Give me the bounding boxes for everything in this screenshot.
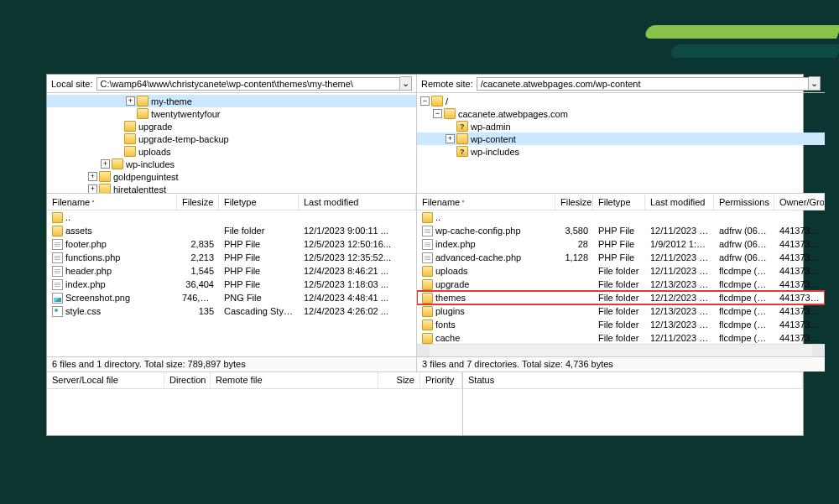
tree-item[interactable]: + goldpenguintest bbox=[47, 170, 416, 183]
col-filesize[interactable]: Filesize bbox=[177, 195, 219, 210]
file-type: PHP File bbox=[219, 279, 299, 289]
tree-expander[interactable]: + bbox=[446, 134, 455, 143]
col-server-local-file[interactable]: Server/Local file bbox=[47, 372, 164, 388]
tree-item[interactable]: − cacanete.atwebpages.com bbox=[417, 107, 825, 120]
file-owner: 4413733_chr... bbox=[774, 266, 825, 276]
file-row[interactable]: themes File folder 12/12/2023 12:... flc… bbox=[417, 291, 825, 304]
file-modified: 12/4/2023 4:26:02 ... bbox=[299, 306, 416, 316]
file-row[interactable]: cache File folder 12/11/2023 2:0... flcd… bbox=[417, 331, 825, 344]
tree-item[interactable]: + wp-content bbox=[417, 132, 825, 145]
local-tree[interactable]: + my-theme twentytwentyfour upgrade upgr… bbox=[47, 93, 416, 194]
file-row[interactable]: index.php 28 PHP File 1/9/2012 1:01:1...… bbox=[417, 237, 825, 251]
file-modified: 12/13/2023 1:5... bbox=[645, 279, 714, 289]
col-remote-file[interactable]: Remote file bbox=[211, 372, 378, 388]
bg-accent-1 bbox=[644, 25, 839, 39]
remote-path-input[interactable] bbox=[477, 77, 809, 91]
file-row[interactable]: upgrade File folder 12/13/2023 1:5... fl… bbox=[417, 278, 825, 291]
local-file-list[interactable]: .. assets File folder 12/1/2023 9:00:11 … bbox=[47, 210, 416, 356]
file-type: PHP File bbox=[593, 239, 645, 249]
file-row[interactable]: .. bbox=[417, 210, 825, 224]
tree-expander[interactable]: + bbox=[101, 159, 110, 169]
tree-item-label: my-theme bbox=[151, 96, 192, 107]
col-filetype[interactable]: Filetype bbox=[593, 195, 645, 210]
file-modified: 12/13/2023 1:3... bbox=[645, 320, 714, 330]
remote-h-scrollbar[interactable] bbox=[417, 344, 825, 356]
remote-file-list[interactable]: .. wp-cache-config.php 3,580 PHP File 12… bbox=[417, 210, 825, 344]
local-path-input[interactable] bbox=[96, 77, 400, 91]
file-row[interactable]: uploads File folder 12/11/2023 2:0... fl… bbox=[417, 264, 825, 278]
file-permissions: flcdmpe (0... bbox=[714, 333, 774, 343]
folder-icon bbox=[124, 146, 136, 157]
col-filename[interactable]: Filename˄ bbox=[47, 195, 177, 210]
file-row[interactable]: index.php 36,404 PHP File 12/5/2023 1:18… bbox=[47, 278, 416, 291]
file-row[interactable]: .. bbox=[47, 210, 416, 224]
col-size[interactable]: Size bbox=[378, 372, 420, 388]
tree-item[interactable]: + hiretalenttest bbox=[47, 183, 416, 194]
tree-item[interactable]: uploads bbox=[47, 145, 416, 158]
local-path-dropdown[interactable]: ⌄ bbox=[400, 76, 412, 91]
file-modified: 1/9/2012 1:01:1... bbox=[645, 239, 714, 249]
php-icon bbox=[52, 279, 63, 290]
tree-item-label: / bbox=[446, 96, 448, 107]
tree-item[interactable]: + my-theme bbox=[47, 95, 416, 107]
tree-expander[interactable]: − bbox=[433, 109, 442, 118]
file-type: PHP File bbox=[219, 266, 299, 276]
queue-left: Server/Local file Direction Remote file … bbox=[47, 372, 463, 435]
file-row[interactable]: wp-cache-config.php 3,580 PHP File 12/11… bbox=[417, 224, 825, 237]
tree-expander[interactable]: − bbox=[420, 96, 430, 106]
tree-expander[interactable]: + bbox=[88, 172, 97, 181]
file-row[interactable]: assets File folder 12/1/2023 9:00:11 ... bbox=[47, 224, 416, 237]
file-name: footer.php bbox=[65, 239, 107, 249]
remote-path-dropdown[interactable]: ⌄ bbox=[809, 76, 821, 91]
col-filename[interactable]: Filename˅ bbox=[417, 195, 555, 210]
file-row[interactable]: functions.php 2,213 PHP File 12/5/2023 1… bbox=[47, 251, 416, 264]
col-filetype[interactable]: Filetype bbox=[219, 195, 299, 210]
folder-icon bbox=[444, 108, 456, 119]
file-row[interactable]: advanced-cache.php 1,128 PHP File 12/11/… bbox=[417, 251, 825, 264]
file-name: wp-cache-config.php bbox=[435, 226, 521, 236]
file-permissions: flcdmpe (0... bbox=[714, 293, 774, 303]
tree-item-label: wp-includes bbox=[471, 147, 519, 157]
queue-body-right[interactable] bbox=[463, 389, 803, 435]
file-type: File folder bbox=[593, 279, 645, 289]
file-row[interactable]: header.php 1,545 PHP File 12/4/2023 8:46… bbox=[47, 264, 416, 278]
tree-item[interactable]: − / bbox=[417, 95, 825, 107]
remote-tree[interactable]: − / − cacanete.atwebpages.com wp-admin +… bbox=[417, 93, 825, 194]
file-row[interactable]: fonts File folder 12/13/2023 1:3... flcd… bbox=[417, 318, 825, 331]
folder-up-icon bbox=[422, 212, 433, 223]
local-status: 6 files and 1 directory. Total size: 789… bbox=[47, 356, 416, 372]
col-owner[interactable]: Owner/Grou... bbox=[774, 195, 825, 210]
tree-item[interactable]: upgrade-temp-backup bbox=[47, 132, 416, 145]
tree-expander[interactable]: + bbox=[126, 96, 135, 106]
tree-expander[interactable]: + bbox=[88, 184, 97, 194]
tree-item[interactable]: wp-includes bbox=[417, 145, 825, 158]
queue-area: Server/Local file Direction Remote file … bbox=[47, 372, 803, 435]
file-row[interactable]: Screenshot.png 746,765 PNG File 12/4/202… bbox=[47, 291, 416, 304]
tree-item[interactable]: twentytwentyfour bbox=[47, 107, 416, 120]
folder-icon bbox=[456, 146, 468, 157]
col-modified[interactable]: Last modified bbox=[645, 195, 714, 210]
tree-item-label: hiretalenttest bbox=[113, 184, 166, 195]
col-modified[interactable]: Last modified bbox=[299, 195, 416, 210]
bg-accent-2 bbox=[669, 44, 839, 58]
png-icon bbox=[52, 293, 63, 304]
queue-body-left[interactable] bbox=[47, 389, 462, 435]
file-row[interactable]: plugins File folder 12/13/2023 2:2... fl… bbox=[417, 304, 825, 318]
file-row[interactable]: style.css 135 Cascading Style Sh... 12/4… bbox=[47, 304, 416, 318]
col-priority[interactable]: Priority bbox=[420, 372, 462, 388]
file-size: 28 bbox=[555, 239, 593, 249]
col-filesize[interactable]: Filesize bbox=[555, 195, 593, 210]
file-type: File folder bbox=[219, 226, 299, 236]
file-owner: 4413733_chr... bbox=[774, 320, 825, 330]
col-direction[interactable]: Direction bbox=[164, 372, 211, 388]
col-permissions[interactable]: Permissions bbox=[714, 195, 774, 210]
tree-item[interactable]: upgrade bbox=[47, 120, 416, 132]
folder-icon bbox=[422, 306, 433, 317]
file-name: cache bbox=[435, 333, 460, 343]
file-permissions: flcdmpe (0... bbox=[714, 266, 774, 276]
tree-item[interactable]: wp-admin bbox=[417, 120, 825, 132]
file-name: Screenshot.png bbox=[65, 293, 130, 303]
col-status[interactable]: Status bbox=[463, 372, 803, 388]
file-row[interactable]: footer.php 2,835 PHP File 12/5/2023 12:5… bbox=[47, 237, 416, 251]
tree-item[interactable]: + wp-includes bbox=[47, 158, 416, 170]
